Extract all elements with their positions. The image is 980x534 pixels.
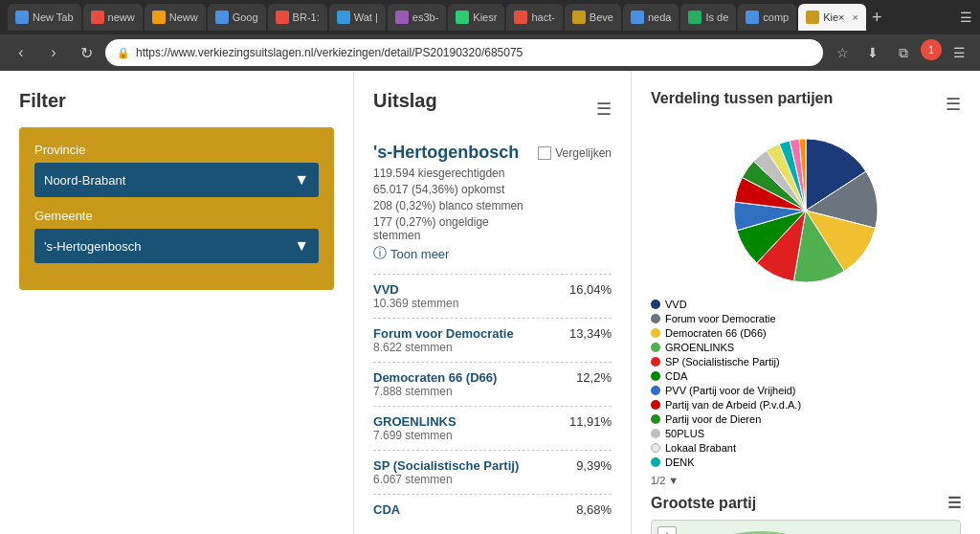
tab-isde[interactable]: Is de: [680, 4, 736, 31]
map-svg: [684, 526, 876, 534]
legend-color-cda: [651, 371, 660, 381]
party-percent-cda: 8,68%: [576, 502, 612, 517]
notification-badge[interactable]: 1: [921, 39, 942, 60]
legend-color-gl: [651, 343, 660, 352]
legend-item-50plus: 50PLUS: [651, 428, 961, 439]
party-votes-gl: 7.699 stemmen: [373, 429, 612, 442]
legend-pagination[interactable]: 1/2 ▼: [651, 475, 961, 486]
uitslag-menu-icon[interactable]: ☰: [596, 99, 612, 120]
legend-label-d66: Democraten 66 (D66): [665, 327, 767, 339]
filter-box: Provincie Noord-Brabant ▼ Gemeente 's-He…: [19, 127, 334, 290]
verdeling-title: Verdeling tussen partijen: [651, 90, 833, 107]
party-name-vvd[interactable]: VVD: [373, 282, 399, 297]
tab-goog[interactable]: Goog: [208, 4, 266, 31]
download-icon[interactable]: ⬇: [859, 39, 886, 66]
legend-item-cda: CDA: [651, 370, 961, 382]
grootste-partij-menu-icon[interactable]: ☰: [947, 494, 961, 512]
zoom-in-button[interactable]: +: [657, 526, 677, 534]
url-text: https://www.verkiezingsuitslagen.nl/verk…: [136, 46, 812, 59]
legend-item-denk: DENK: [651, 456, 961, 468]
legend-item-lokaal: Lokaal Brabant: [651, 442, 961, 454]
legend-color-50plus: [651, 429, 660, 438]
party-name-cda[interactable]: CDA: [373, 502, 400, 517]
legend-label-fvd: Forum voor Democratie: [665, 313, 776, 324]
party-percent-d66: 12,2%: [576, 370, 612, 385]
city-name: 's-Hertogenbosch: [373, 143, 538, 163]
filter-title: Filter: [19, 90, 334, 112]
legend-label-denk: DENK: [665, 456, 695, 468]
list-item: VVD 16,04% 10.369 stemmen: [373, 282, 612, 310]
legend-label-pvda: Partij van de Arbeid (P.v.d.A.): [665, 399, 801, 411]
map-zoom-controls: + -: [657, 526, 677, 534]
blanco-stemmen: 208 (0,32%) blanco stemmen: [373, 199, 538, 212]
browser-menu-icon[interactable]: ☰: [960, 10, 972, 25]
browser-toolbar: ‹ › ↻ 🔒 https://www.verkiezingsuitslagen…: [0, 34, 980, 71]
tab-es3b[interactable]: es3b-: [388, 4, 447, 31]
grootste-partij-title: Grootste partij: [651, 495, 756, 512]
legend-item-gl: GROENLINKS: [651, 342, 961, 353]
legend-color-pvdd: [651, 414, 660, 424]
forward-button[interactable]: ›: [40, 39, 67, 66]
verdeling-menu-icon[interactable]: ☰: [946, 94, 961, 115]
back-button[interactable]: ‹: [8, 39, 34, 66]
legend-item-pvv: PVV (Partij voor de Vrijheid): [651, 385, 961, 396]
map-container: + -: [651, 520, 961, 534]
tab-wat[interactable]: Wat |: [329, 4, 386, 31]
verdeling-header: Verdeling tussen partijen ☰: [651, 90, 961, 119]
divider-3: [373, 406, 612, 407]
reload-button[interactable]: ↻: [73, 39, 100, 66]
gemeente-select[interactable]: 's-Hertogenbosch ▼: [34, 229, 319, 263]
tab-kie-active[interactable]: Kie× ×: [798, 4, 866, 31]
legend-label-pvv: PVV (Partij voor de Vrijheid): [665, 385, 796, 396]
tab-hact[interactable]: hact-: [506, 4, 562, 31]
toon-meer-button[interactable]: ⓘ Toon meer: [373, 245, 612, 262]
tab-neda[interactable]: neda: [623, 4, 679, 31]
legend-color-lokaal: [651, 443, 660, 453]
toon-meer-label: Toon meer: [390, 247, 449, 261]
address-bar[interactable]: 🔒 https://www.verkiezingsuitslagen.nl/ve…: [105, 39, 823, 66]
legend-color-pvv: [651, 386, 660, 395]
party-percent-fvd: 13,34%: [569, 326, 612, 341]
provincie-value: Noord-Brabant: [44, 173, 125, 188]
kiesgerechtigden: 119.594 kiesgerechtigden: [373, 167, 538, 180]
toolbar-actions: ☆ ⬇ ⧉ 1 ☰: [829, 39, 972, 66]
tab-newtab[interactable]: New Tab: [8, 4, 81, 31]
tab-br1[interactable]: BR-1:: [268, 4, 327, 31]
tab-close-icon[interactable]: ×: [853, 11, 858, 23]
browser-menu-button[interactable]: ☰: [946, 39, 972, 66]
provincie-select[interactable]: Noord-Brabant ▼: [34, 163, 319, 197]
legend-label-lokaal: Lokaal Brabant: [665, 442, 736, 454]
grootste-partij-section: Grootste partij ☰: [651, 494, 961, 512]
tab-comp[interactable]: comp: [738, 4, 796, 31]
party-votes-fvd: 8.622 stemmen: [373, 341, 612, 354]
legend-color-pvda: [651, 400, 660, 410]
gemeente-label: Gemeente: [34, 209, 319, 223]
new-tab-button[interactable]: +: [872, 8, 882, 28]
extensions-icon[interactable]: ⧉: [890, 39, 917, 66]
pie-chart-container: [651, 134, 961, 287]
party-name-fvd[interactable]: Forum voor Democratie: [373, 326, 514, 341]
legend-color-vvd: [651, 300, 660, 309]
list-item: Democraten 66 (D66) 12,2% 7.888 stemmen: [373, 370, 612, 398]
legend-label-gl: GROENLINKS: [665, 342, 734, 353]
legend-label-sp: SP (Socialistische Partij): [665, 356, 780, 367]
pie-legend: VVD Forum voor Democratie Democraten 66 …: [651, 299, 961, 486]
verdeling-panel: Verdeling tussen partijen ☰ VVD Forum vo…: [632, 71, 980, 534]
tab-beve[interactable]: Beve: [565, 4, 621, 31]
tab-neww1[interactable]: neww: [83, 4, 143, 31]
vergelijken-label: Vergelijken: [555, 146, 612, 160]
party-name-gl[interactable]: GROENLINKS: [373, 414, 457, 429]
ongeldige-stemmen: 177 (0,27%) ongeldige stemmen: [373, 215, 538, 242]
uitslag-panel: Uitslag ☰ 's-Hertogenbosch 119.594 kiesg…: [354, 71, 632, 534]
bookmark-icon[interactable]: ☆: [829, 39, 856, 66]
opkomst: 65.017 (54,36%) opkomst: [373, 183, 538, 196]
filter-panel: Filter Provincie Noord-Brabant ▼ Gemeent…: [0, 71, 354, 534]
tab-bar: New Tab neww Neww Goog BR-1: Wat | es3b-: [0, 0, 980, 34]
party-name-sp[interactable]: SP (Socialistische Partij): [373, 458, 519, 473]
tab-kiesr[interactable]: Kiesr: [448, 4, 504, 31]
tab-neww2[interactable]: Neww: [145, 4, 206, 31]
uitslag-divider: [373, 274, 612, 275]
party-name-d66[interactable]: Democraten 66 (D66): [373, 370, 497, 385]
vergelijken-checkbox[interactable]: [538, 146, 551, 160]
list-item: CDA 8,68%: [373, 502, 612, 517]
